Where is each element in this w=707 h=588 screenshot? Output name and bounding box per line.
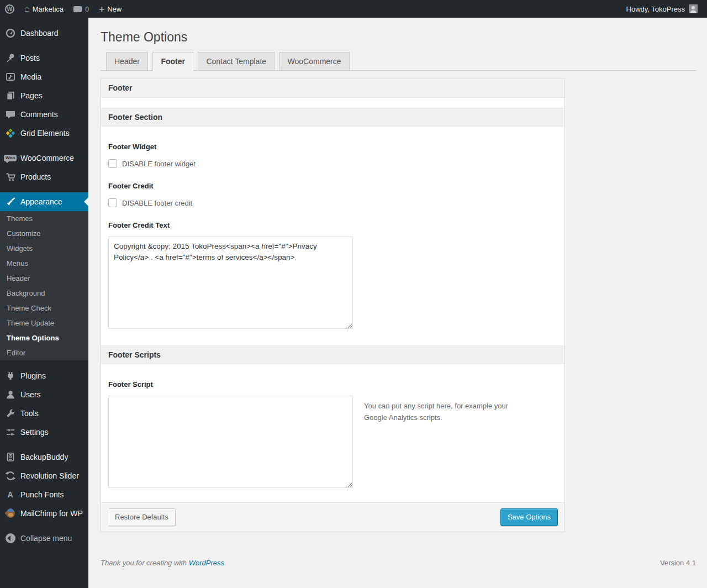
footer-credit-label: Footer Credit xyxy=(108,182,557,190)
panel-action-bar: Restore Defaults Save Options xyxy=(101,502,564,532)
admin-bar: W ⌂ Marketica 0 + New Howdy, TokoPress xyxy=(0,0,707,18)
footer-script-label: Footer Script xyxy=(108,380,557,389)
wordpress-link[interactable]: WordPress xyxy=(189,559,224,567)
wp-logo-menu[interactable]: W xyxy=(0,0,19,18)
sidebar-item-products[interactable]: Products xyxy=(0,167,88,186)
collapse-menu-button[interactable]: Collapse menu xyxy=(0,529,88,548)
sidebar-item-mailchimp[interactable]: MailChimp for WP xyxy=(0,504,88,523)
disable-footer-widget-checkbox[interactable] xyxy=(108,159,117,168)
wrench-icon xyxy=(0,408,20,419)
tab-woocommerce[interactable]: WooCommerce xyxy=(279,52,350,70)
media-icon xyxy=(0,71,20,82)
site-name: Marketica xyxy=(33,5,64,13)
footer-widget-label: Footer Widget xyxy=(108,143,557,151)
disable-footer-credit-label: DISABLE footer credit xyxy=(122,199,192,207)
menu-separator xyxy=(0,43,88,49)
submenu-item-editor[interactable]: Editor xyxy=(0,345,88,360)
sidebar-item-tools[interactable]: Tools xyxy=(0,404,88,423)
dashboard-icon xyxy=(0,28,20,39)
footer-section-header: Footer Section xyxy=(101,108,564,127)
sidebar-item-grid-elements[interactable]: Grid Elements xyxy=(0,124,88,143)
wordpress-logo-icon: W xyxy=(5,4,14,14)
menu-separator xyxy=(0,143,88,149)
collapse-arrow-icon xyxy=(0,533,20,543)
sidebar-item-appearance[interactable]: Appearance xyxy=(0,192,88,211)
footer-scripts-header: Footer Scripts xyxy=(101,345,564,364)
comments-shortcut[interactable]: 0 xyxy=(68,0,94,18)
pages-icon xyxy=(0,90,20,101)
panel-heading: Footer xyxy=(101,78,564,98)
footer-credit-text-label: Footer Credit Text xyxy=(108,221,557,229)
sidebar-item-users[interactable]: Users xyxy=(0,385,88,404)
sidebar-item-backupbuddy[interactable]: BackupBuddy xyxy=(0,448,88,466)
menu-separator xyxy=(0,523,88,529)
users-icon xyxy=(0,389,20,400)
sidebar-item-posts[interactable]: Posts xyxy=(0,49,88,67)
footer-credit-text-textarea[interactable]: Copyright &copy; 2015 TokoPress<span><a … xyxy=(108,237,353,329)
sidebar-item-pages[interactable]: Pages xyxy=(0,86,88,105)
settings-icon xyxy=(0,427,20,438)
appearance-icon xyxy=(0,196,20,207)
sidebar-item-plugins[interactable]: Plugins xyxy=(0,366,88,385)
admin-footer: Thank you for creating with WordPress. V… xyxy=(101,532,696,578)
page-title: Theme Options xyxy=(101,18,696,52)
save-options-button[interactable]: Save Options xyxy=(500,508,558,526)
letter-a-icon: A xyxy=(0,490,20,499)
pin-icon xyxy=(0,53,20,64)
cart-icon xyxy=(0,171,20,182)
menu-separator xyxy=(0,18,88,24)
sidebar-item-comments[interactable]: Comments xyxy=(0,105,88,124)
menu-separator xyxy=(0,186,88,192)
refresh-arrows-icon xyxy=(0,470,20,481)
submenu-item-menus[interactable]: Menus xyxy=(0,256,88,271)
disable-footer-credit-checkbox[interactable] xyxy=(108,198,117,207)
submenu-item-customize[interactable]: Customize xyxy=(0,226,88,241)
sidebar-item-woocommerce[interactable]: Woo WooCommerce xyxy=(0,149,88,167)
new-label: New xyxy=(107,5,122,13)
my-account-menu[interactable]: Howdy, TokoPress xyxy=(621,0,703,18)
submenu-item-themes[interactable]: Themes xyxy=(0,211,88,226)
site-name-link[interactable]: ⌂ Marketica xyxy=(19,0,68,18)
main-content: Theme Options Header Footer Contact Temp… xyxy=(88,0,707,588)
submenu-item-theme-options[interactable]: Theme Options xyxy=(0,330,88,345)
new-content-menu[interactable]: + New xyxy=(94,0,126,18)
sidebar-item-dashboard[interactable]: Dashboard xyxy=(0,24,88,43)
admin-sidebar: Dashboard Posts Media Pages Comments xyxy=(0,18,88,588)
footer-period: . xyxy=(224,559,226,567)
sidebar-item-revolution-slider[interactable]: Revolution Slider xyxy=(0,466,88,485)
submenu-item-theme-update[interactable]: Theme Update xyxy=(0,316,88,330)
footer-options-panel: Footer Footer Section Footer Widget DISA… xyxy=(101,78,565,532)
submenu-item-background[interactable]: Background xyxy=(0,286,88,301)
tab-header[interactable]: Header xyxy=(106,52,148,70)
submenu-item-header[interactable]: Header xyxy=(0,271,88,286)
home-icon: ⌂ xyxy=(24,4,30,13)
submenu-item-theme-check[interactable]: Theme Check xyxy=(0,301,88,316)
restore-defaults-button[interactable]: Restore Defaults xyxy=(108,508,176,526)
footer-script-textarea[interactable] xyxy=(108,396,353,488)
sidebar-item-settings[interactable]: Settings xyxy=(0,423,88,442)
comment-count: 0 xyxy=(85,5,89,13)
woocommerce-icon: Woo xyxy=(0,155,20,161)
sidebar-item-punch-fonts[interactable]: A Punch Fonts xyxy=(0,485,88,504)
footer-script-help-text: You can put any script here, for example… xyxy=(364,400,530,424)
theme-options-tabs: Header Footer Contact Template WooCommer… xyxy=(101,52,696,71)
sidebar-item-media[interactable]: Media xyxy=(0,67,88,86)
howdy-text: Howdy, TokoPress xyxy=(626,5,685,13)
submenu-item-widgets[interactable]: Widgets xyxy=(0,241,88,256)
avatar xyxy=(689,4,698,13)
appearance-submenu: Themes Customize Widgets Menus Header Ba… xyxy=(0,211,88,360)
tab-footer[interactable]: Footer xyxy=(152,52,193,71)
menu-separator xyxy=(0,360,88,366)
tab-contact-template[interactable]: Contact Template xyxy=(198,52,275,70)
plugin-icon xyxy=(0,370,20,381)
footer-scripts-body: Footer Script You can put any script her… xyxy=(101,364,564,502)
footer-section-body: Footer Widget DISABLE footer widget Foot… xyxy=(101,127,564,345)
mailchimp-monkey-icon xyxy=(0,509,20,518)
comments-icon xyxy=(0,109,20,120)
backup-drive-icon xyxy=(0,452,20,463)
plus-icon: + xyxy=(99,4,104,14)
menu-separator xyxy=(0,442,88,448)
grid-elements-icon xyxy=(0,128,20,139)
version-text: Version 4.1 xyxy=(660,559,696,567)
comment-bubble-icon xyxy=(73,6,82,12)
